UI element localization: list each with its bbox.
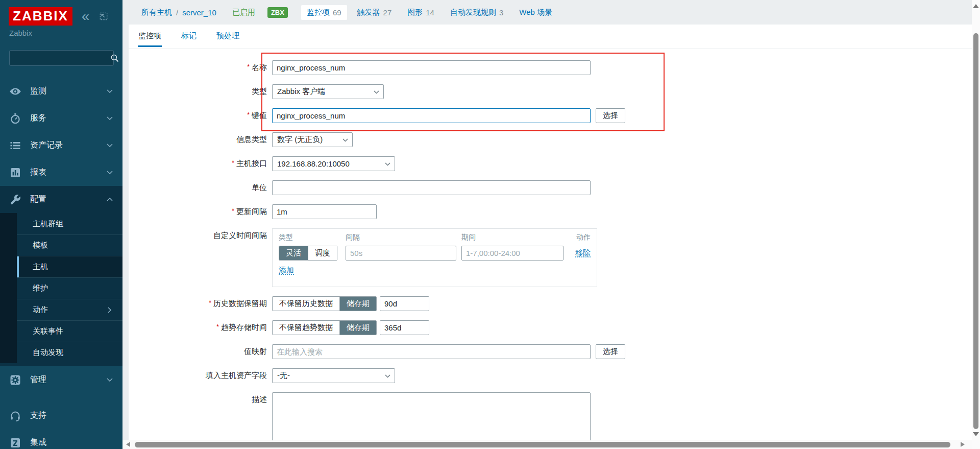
horizontal-scrollbar [122, 440, 972, 449]
host-status[interactable]: 已启用 [232, 8, 255, 17]
chevron-up-icon [107, 198, 113, 201]
info-type-label: 信息类型 [129, 132, 267, 145]
type-select[interactable]: Zabbix 客户端 [272, 84, 384, 99]
sidebar-section-configuration: 配置 主机群组 模板 主机 维护 动作 关联事件 自动发现 [0, 186, 122, 366]
chevron-right-icon [108, 307, 111, 313]
sidebar-footer: 支持 集成 [0, 402, 122, 449]
sidebar-item-administration[interactable]: 管理 [0, 366, 122, 393]
sidebar-item-integrations[interactable]: 集成 [0, 429, 122, 449]
header-action: 动作 [576, 233, 591, 242]
trends-storage-option[interactable]: 储存期 [339, 321, 376, 335]
submenu-item-host-groups[interactable]: 主机群组 [17, 213, 122, 234]
submenu-item-maintenance[interactable]: 维护 [17, 277, 122, 299]
submenu-item-hosts[interactable]: 主机 [17, 256, 122, 277]
submenu-item-actions[interactable]: 动作 [17, 299, 122, 320]
key-label: *键值 [129, 108, 267, 121]
vertical-scroll-thumb[interactable] [973, 33, 978, 429]
interval-type-toggle: 灵活 调度 [279, 246, 337, 261]
value-map-select-button[interactable]: 选择 [596, 344, 625, 359]
type-select-value: Zabbix 客户端 [277, 87, 325, 97]
name-input[interactable] [272, 60, 591, 75]
required-marker: * [247, 111, 250, 119]
chevron-down-icon [107, 378, 113, 382]
sidebar-item-inventory[interactable]: 资产记录 [0, 132, 122, 159]
value-map-input[interactable] [272, 344, 591, 359]
key-input[interactable] [272, 108, 591, 123]
units-input[interactable] [272, 180, 591, 195]
update-interval-input[interactable] [272, 204, 377, 219]
required-marker: * [232, 159, 234, 167]
tab-preprocessing[interactable]: 预处理 [216, 31, 240, 47]
info-type-select[interactable]: 数字 (无正负) [272, 132, 353, 147]
host-nav-label: 图形 [407, 8, 423, 17]
breadcrumb-host[interactable]: server_10 [182, 8, 216, 17]
chevron-down-icon [107, 171, 113, 174]
no-history-option[interactable]: 不保留历史数据 [273, 297, 339, 311]
form-row-value-map: 值映射 选择 [129, 344, 972, 359]
tab-tags[interactable]: 标记 [181, 31, 197, 47]
submenu-label: 关联事件 [33, 326, 63, 336]
flexible-option[interactable]: 灵活 [279, 246, 308, 260]
history-input[interactable] [380, 296, 429, 311]
sidebar-collapse-icon[interactable]: « [82, 11, 90, 21]
breadcrumb-all-hosts[interactable]: 所有主机 [141, 8, 172, 17]
submenu-label: 主机群组 [33, 219, 63, 229]
header-interval: 间隔 [346, 233, 461, 242]
scroll-right-arrow[interactable] [961, 442, 965, 447]
scroll-left-arrow[interactable] [126, 442, 130, 447]
sidebar-item-label: 集成 [30, 437, 46, 448]
item-form-panel: 监控项 标记 预处理 *名称 类型 Zabbix 客户端 [129, 25, 972, 440]
period-input[interactable] [461, 246, 564, 261]
submenu-item-discovery[interactable]: 自动发现 [17, 342, 122, 363]
trends-input[interactable] [380, 320, 429, 335]
sidebar-item-services[interactable]: 服务 [0, 105, 122, 132]
sidebar-item-configuration[interactable]: 配置 [0, 186, 122, 213]
item-form: *名称 类型 Zabbix 客户端 *键值 [129, 60, 972, 440]
submenu-item-templates[interactable]: 模板 [17, 234, 122, 256]
host-nav-web-scenarios[interactable]: Web 场景 [513, 5, 561, 20]
form-row-info-type: 信息类型 数字 (无正负) [129, 132, 972, 147]
host-nav-label: Web 场景 [519, 8, 552, 17]
horizontal-scroll-thumb[interactable] [135, 442, 950, 447]
sidebar-item-support[interactable]: 支持 [0, 402, 122, 429]
remove-interval-link[interactable]: 移除 [575, 248, 591, 257]
type-label: 类型 [129, 84, 267, 97]
sidebar-item-monitoring[interactable]: 监测 [0, 78, 122, 105]
description-label: 描述 [129, 392, 267, 405]
custom-intervals-label: 自定义时间间隔 [129, 228, 267, 241]
interval-input[interactable] [346, 246, 456, 261]
history-storage-option[interactable]: 储存期 [339, 297, 376, 311]
form-row-inventory-field: 填入主机资产字段 -无- [129, 368, 972, 383]
host-nav-triggers[interactable]: 触发器 27 [352, 5, 398, 20]
submenu-label: 维护 [33, 283, 48, 293]
scroll-down-arrow[interactable] [973, 432, 979, 436]
host-nav-graphs[interactable]: 图形 14 [402, 5, 440, 20]
chevron-down-icon [107, 144, 113, 147]
add-interval-link[interactable]: 添加 [279, 266, 294, 274]
host-nav-discovery-rules[interactable]: 自动发现规则 3 [445, 5, 509, 20]
zabbix-logo[interactable]: ZABBIX [9, 7, 72, 26]
submenu-item-event-correlation[interactable]: 关联事件 [17, 320, 122, 342]
key-select-button[interactable]: 选择 [596, 108, 625, 123]
inventory-field-select[interactable]: -无- [272, 368, 395, 383]
tab-item[interactable]: 监控项 [138, 31, 162, 47]
required-marker: * [209, 299, 211, 306]
sidebar-item-reports[interactable]: 报表 [0, 159, 122, 186]
description-textarea[interactable] [272, 392, 591, 440]
scroll-up-arrow[interactable] [973, 4, 979, 8]
sidebar: ZABBIX « Zabbix 监测 [0, 0, 122, 449]
scheduling-option[interactable]: 调度 [308, 246, 337, 260]
sidebar-search[interactable] [9, 50, 114, 66]
search-input[interactable] [10, 54, 110, 62]
form-row-description: 描述 [129, 392, 972, 440]
form-row-type: 类型 Zabbix 客户端 [129, 84, 972, 99]
sidebar-item-label: 服务 [30, 113, 46, 124]
no-trends-option[interactable]: 不保留趋势数据 [273, 321, 339, 335]
custom-intervals-header: 类型 间隔 期间 动作 [279, 233, 591, 242]
kiosk-mode-icon[interactable] [99, 11, 109, 21]
host-interface-select[interactable]: 192.168.88.20:10050 [272, 156, 395, 171]
host-nav-count: 3 [499, 8, 503, 17]
host-nav-items[interactable]: 监控项 69 [301, 5, 347, 20]
submenu-label: 模板 [33, 241, 48, 250]
bar-chart-icon [9, 167, 21, 179]
